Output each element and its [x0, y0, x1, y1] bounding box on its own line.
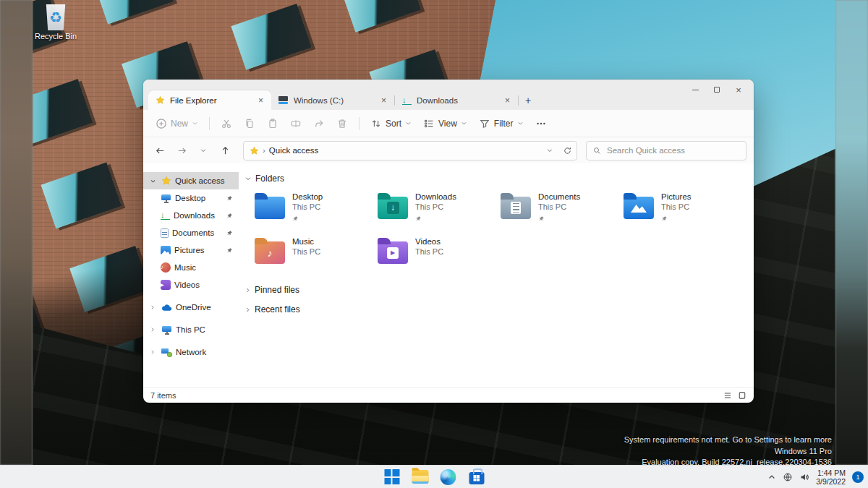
delete-button[interactable]: [331, 114, 353, 134]
tray-chevron-up-icon[interactable]: [767, 473, 776, 481]
sidebar-item-network[interactable]: Network: [143, 343, 239, 361]
recycle-bin-shortcut[interactable]: ♻ Recycle Bin: [33, 4, 78, 40]
evaluation-watermark: System requirements not met. Go to Setti…: [624, 435, 832, 468]
more-options-button[interactable]: [530, 114, 552, 134]
document-lines-glyph: [511, 202, 521, 214]
music-folder-icon: ♪: [255, 241, 285, 264]
folder-tile-music[interactable]: ♪ Music This PC: [255, 236, 378, 270]
pin-icon: [226, 247, 233, 254]
sidebar-item-videos[interactable]: ▶ Videos: [143, 276, 239, 294]
rename-button[interactable]: [285, 114, 307, 134]
desktop-icon: [161, 194, 171, 203]
copy-button[interactable]: [239, 114, 260, 134]
tile-location: This PC: [292, 247, 320, 257]
network-globe-icon[interactable]: [783, 472, 793, 482]
tray-time: 1:44 PM: [816, 468, 846, 477]
tab-close-icon[interactable]: ×: [256, 95, 265, 106]
tab-strip: × File Explorer × Windows (C:) × ↓: [143, 80, 754, 110]
large-icons-view-icon[interactable]: [738, 391, 746, 400]
file-explorer-taskbar-button[interactable]: [411, 468, 430, 487]
view-button[interactable]: View: [418, 114, 472, 134]
sidebar-item-music[interactable]: ♪ Music: [143, 259, 239, 276]
clock[interactable]: 1:44 PM 3/9/2022: [816, 468, 846, 486]
sidebar-item-downloads[interactable]: ↓ Downloads: [143, 207, 239, 224]
file-explorer-window: × File Explorer × Windows (C:) × ↓: [143, 80, 754, 403]
folder-tile-documents[interactable]: Documents This PC: [501, 191, 624, 226]
toolbar-separator: [359, 117, 359, 130]
maximize-button[interactable]: [706, 82, 728, 98]
back-button[interactable]: [150, 141, 169, 160]
pin-icon: [538, 215, 545, 222]
tabs: File Explorer × Windows (C:) × ↓ Downloa…: [148, 90, 537, 110]
store-taskbar-button[interactable]: [467, 468, 486, 487]
view-label: View: [438, 119, 457, 129]
refresh-icon[interactable]: [563, 146, 572, 155]
sidebar-item-label: This PC: [176, 325, 239, 334]
tile-name: Pictures: [661, 192, 692, 202]
sidebar-item-desktop[interactable]: Desktop: [143, 189, 239, 207]
minimize-button[interactable]: [684, 82, 706, 98]
tab-downloads[interactable]: ↓ Downloads ×: [395, 90, 518, 110]
sidebar-item-this-pc[interactable]: This PC: [143, 321, 239, 338]
breadcrumb-location[interactable]: Quick access: [269, 146, 318, 155]
cut-icon: [221, 118, 232, 129]
pin-icon: [226, 230, 233, 236]
section-recent-files[interactable]: Recent files: [244, 303, 754, 316]
delete-icon: [336, 118, 348, 129]
breadcrumb[interactable]: › Quick access: [243, 141, 577, 160]
cut-button[interactable]: [216, 114, 237, 134]
tile-location: This PC: [415, 247, 443, 257]
tab-windows-c[interactable]: Windows (C:) ×: [271, 90, 394, 110]
filter-button[interactable]: Filter: [474, 114, 529, 134]
tab-close-icon[interactable]: ×: [379, 95, 388, 106]
pictures-folder-icon: [624, 197, 654, 219]
sidebar-item-quick-access[interactable]: Quick access: [143, 172, 239, 189]
chevron-right-icon[interactable]: [148, 349, 158, 355]
toolbar-separator: [209, 117, 210, 130]
folder-tile-downloads[interactable]: ↓ Downloads This PC: [378, 191, 501, 226]
details-view-icon[interactable]: [723, 391, 732, 400]
tile-location: This PC: [292, 202, 323, 212]
chevron-right-icon[interactable]: [148, 304, 158, 310]
paste-button[interactable]: [262, 114, 284, 134]
up-button[interactable]: [216, 141, 234, 160]
share-button[interactable]: [308, 114, 330, 134]
new-tab-button[interactable]: +: [519, 92, 537, 109]
folder-tile-desktop[interactable]: Desktop This PC: [255, 191, 378, 226]
sidebar-item-documents[interactable]: Documents: [143, 224, 239, 241]
edge-taskbar-button[interactable]: [439, 468, 458, 487]
chevron-down-icon: [517, 120, 524, 127]
chevron-down-icon[interactable]: [148, 178, 158, 184]
more-icon: [535, 118, 547, 129]
tab-label: Windows (C:): [294, 96, 374, 105]
tile-name: Music: [292, 236, 320, 247]
address-dropdown-chevron[interactable]: [546, 147, 553, 154]
tab-file-explorer[interactable]: File Explorer ×: [148, 90, 271, 110]
forward-button[interactable]: [172, 141, 191, 160]
notification-badge[interactable]: 1: [852, 471, 864, 483]
start-button[interactable]: [383, 468, 401, 487]
share-icon: [313, 118, 325, 129]
close-button[interactable]: ×: [728, 82, 749, 98]
folder-tile-videos[interactable]: ▶ Videos This PC: [378, 236, 501, 270]
section-folders[interactable]: Folders: [244, 172, 754, 185]
search-input[interactable]: [607, 146, 740, 155]
new-button[interactable]: New: [150, 114, 203, 134]
sidebar-item-onedrive[interactable]: OneDrive: [143, 299, 239, 316]
wallpaper-blur-right: [835, 0, 868, 465]
videos-icon: ▶: [161, 280, 171, 290]
folder-tile-pictures[interactable]: Pictures This PC: [624, 191, 746, 226]
tab-close-icon[interactable]: ×: [503, 95, 512, 106]
new-label: New: [171, 119, 188, 129]
search-box[interactable]: [586, 141, 746, 160]
rename-icon: [290, 118, 302, 129]
star-icon: [156, 95, 165, 105]
volume-icon[interactable]: [799, 472, 809, 482]
chevron-right-icon[interactable]: [148, 327, 158, 333]
tile-name: Documents: [538, 192, 580, 202]
sidebar-item-pictures[interactable]: Pictures: [143, 241, 239, 259]
section-pinned-files[interactable]: Pinned files: [244, 283, 754, 296]
sort-button[interactable]: Sort: [365, 114, 417, 134]
recent-locations-chevron[interactable]: [194, 141, 213, 160]
desktop: ♻ Recycle Bin System requirements not me…: [0, 0, 868, 488]
